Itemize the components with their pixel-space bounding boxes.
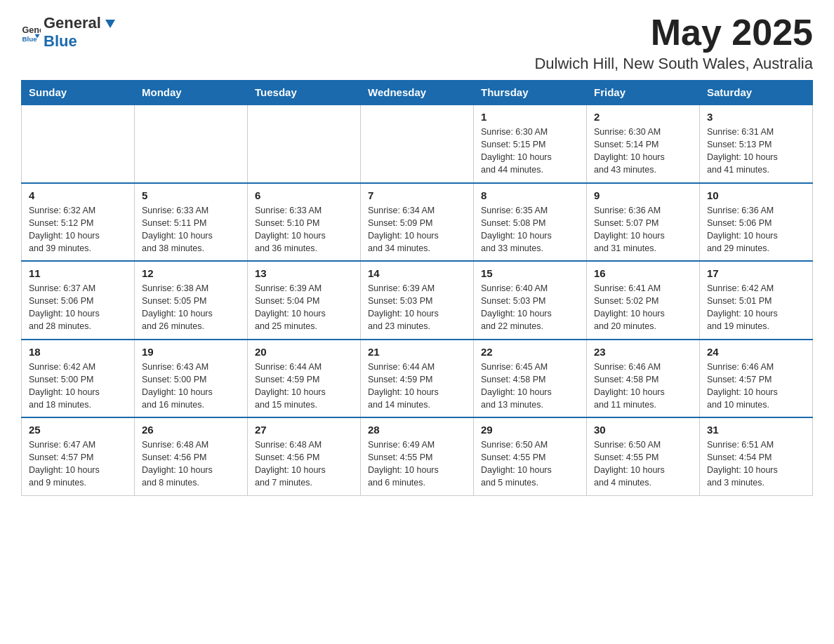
day-number: 31 (707, 424, 805, 436)
logo-text-blue: Blue (44, 32, 77, 50)
day-info: Sunrise: 6:32 AMSunset: 5:12 PMDaylight:… (29, 204, 127, 255)
month-title: May 2025 (534, 14, 813, 51)
day-number: 8 (481, 189, 579, 201)
day-number: 17 (707, 267, 805, 279)
day-number: 2 (594, 111, 692, 123)
day-info: Sunrise: 6:33 AMSunset: 5:10 PMDaylight:… (255, 204, 353, 255)
calendar-cell (248, 105, 361, 183)
day-number: 11 (29, 267, 127, 279)
page-header: General Blue General Blue May 2025 Dulwi… (21, 14, 813, 73)
svg-marker-3 (105, 20, 115, 28)
day-number: 30 (594, 424, 692, 436)
calendar-cell: 11Sunrise: 6:37 AMSunset: 5:06 PMDayligh… (22, 261, 135, 340)
col-header-friday: Friday (587, 81, 700, 105)
calendar-cell: 18Sunrise: 6:42 AMSunset: 5:00 PMDayligh… (22, 340, 135, 418)
day-info: Sunrise: 6:48 AMSunset: 4:56 PMDaylight:… (255, 438, 353, 490)
calendar-cell: 16Sunrise: 6:41 AMSunset: 5:02 PMDayligh… (587, 261, 700, 340)
day-number: 6 (255, 189, 353, 201)
day-number: 19 (142, 346, 240, 358)
day-info: Sunrise: 6:43 AMSunset: 5:00 PMDaylight:… (142, 361, 240, 412)
day-number: 22 (481, 346, 579, 358)
day-info: Sunrise: 6:38 AMSunset: 5:05 PMDaylight:… (142, 282, 240, 333)
title-section: May 2025 Dulwich Hill, New South Wales, … (534, 14, 813, 73)
day-info: Sunrise: 6:44 AMSunset: 4:59 PMDaylight:… (368, 361, 466, 412)
logo-triangle-icon (102, 15, 118, 31)
day-number: 9 (594, 189, 692, 201)
day-number: 13 (255, 267, 353, 279)
day-number: 23 (594, 346, 692, 358)
day-number: 26 (142, 424, 240, 436)
day-number: 3 (707, 111, 805, 123)
day-number: 16 (594, 267, 692, 279)
day-number: 1 (481, 111, 579, 123)
col-header-monday: Monday (135, 81, 248, 105)
day-info: Sunrise: 6:47 AMSunset: 4:57 PMDaylight:… (29, 438, 127, 490)
col-header-sunday: Sunday (22, 81, 135, 105)
day-info: Sunrise: 6:46 AMSunset: 4:57 PMDaylight:… (707, 361, 805, 412)
day-number: 5 (142, 189, 240, 201)
day-number: 20 (255, 346, 353, 358)
day-info: Sunrise: 6:46 AMSunset: 4:58 PMDaylight:… (594, 361, 692, 412)
calendar-cell: 1Sunrise: 6:30 AMSunset: 5:15 PMDaylight… (474, 105, 587, 183)
col-header-tuesday: Tuesday (248, 81, 361, 105)
calendar-cell: 9Sunrise: 6:36 AMSunset: 5:07 PMDaylight… (587, 183, 700, 262)
calendar-cell: 4Sunrise: 6:32 AMSunset: 5:12 PMDaylight… (22, 183, 135, 262)
calendar-cell: 10Sunrise: 6:36 AMSunset: 5:06 PMDayligh… (700, 183, 813, 262)
calendar-week-row: 11Sunrise: 6:37 AMSunset: 5:06 PMDayligh… (22, 261, 813, 340)
calendar-cell: 13Sunrise: 6:39 AMSunset: 5:04 PMDayligh… (248, 261, 361, 340)
location-subtitle: Dulwich Hill, New South Wales, Australia (534, 55, 813, 73)
calendar-cell: 12Sunrise: 6:38 AMSunset: 5:05 PMDayligh… (135, 261, 248, 340)
day-info: Sunrise: 6:41 AMSunset: 5:02 PMDaylight:… (594, 282, 692, 333)
calendar-cell: 29Sunrise: 6:50 AMSunset: 4:55 PMDayligh… (474, 417, 587, 495)
day-info: Sunrise: 6:35 AMSunset: 5:08 PMDaylight:… (481, 204, 579, 255)
day-number: 18 (29, 346, 127, 358)
calendar-cell (361, 105, 474, 183)
day-info: Sunrise: 6:48 AMSunset: 4:56 PMDaylight:… (142, 438, 240, 490)
calendar-cell: 20Sunrise: 6:44 AMSunset: 4:59 PMDayligh… (248, 340, 361, 418)
col-header-thursday: Thursday (474, 81, 587, 105)
day-number: 28 (368, 424, 466, 436)
day-number: 21 (368, 346, 466, 358)
calendar-cell: 2Sunrise: 6:30 AMSunset: 5:14 PMDaylight… (587, 105, 700, 183)
day-info: Sunrise: 6:37 AMSunset: 5:06 PMDaylight:… (29, 282, 127, 333)
calendar-cell: 26Sunrise: 6:48 AMSunset: 4:56 PMDayligh… (135, 417, 248, 495)
calendar-cell: 24Sunrise: 6:46 AMSunset: 4:57 PMDayligh… (700, 340, 813, 418)
calendar-week-row: 1Sunrise: 6:30 AMSunset: 5:15 PMDaylight… (22, 105, 813, 183)
day-number: 10 (707, 189, 805, 201)
day-info: Sunrise: 6:51 AMSunset: 4:54 PMDaylight:… (707, 438, 805, 490)
day-info: Sunrise: 6:50 AMSunset: 4:55 PMDaylight:… (594, 438, 692, 490)
calendar-cell (135, 105, 248, 183)
day-info: Sunrise: 6:34 AMSunset: 5:09 PMDaylight:… (368, 204, 466, 255)
day-number: 15 (481, 267, 579, 279)
calendar-cell: 14Sunrise: 6:39 AMSunset: 5:03 PMDayligh… (361, 261, 474, 340)
day-info: Sunrise: 6:42 AMSunset: 5:01 PMDaylight:… (707, 282, 805, 333)
calendar-cell: 7Sunrise: 6:34 AMSunset: 5:09 PMDaylight… (361, 183, 474, 262)
col-header-saturday: Saturday (700, 81, 813, 105)
logo-text-general: General (44, 14, 101, 32)
calendar-cell: 30Sunrise: 6:50 AMSunset: 4:55 PMDayligh… (587, 417, 700, 495)
day-number: 25 (29, 424, 127, 436)
day-info: Sunrise: 6:42 AMSunset: 5:00 PMDaylight:… (29, 361, 127, 412)
day-number: 12 (142, 267, 240, 279)
calendar-table: SundayMondayTuesdayWednesdayThursdayFrid… (21, 80, 813, 496)
calendar-cell: 25Sunrise: 6:47 AMSunset: 4:57 PMDayligh… (22, 417, 135, 495)
day-info: Sunrise: 6:31 AMSunset: 5:13 PMDaylight:… (707, 126, 805, 177)
svg-text:Blue: Blue (22, 35, 37, 42)
col-header-wednesday: Wednesday (361, 81, 474, 105)
calendar-cell: 15Sunrise: 6:40 AMSunset: 5:03 PMDayligh… (474, 261, 587, 340)
calendar-week-row: 18Sunrise: 6:42 AMSunset: 5:00 PMDayligh… (22, 340, 813, 418)
calendar-cell: 22Sunrise: 6:45 AMSunset: 4:58 PMDayligh… (474, 340, 587, 418)
day-info: Sunrise: 6:44 AMSunset: 4:59 PMDaylight:… (255, 361, 353, 412)
day-number: 24 (707, 346, 805, 358)
calendar-cell: 5Sunrise: 6:33 AMSunset: 5:11 PMDaylight… (135, 183, 248, 262)
day-info: Sunrise: 6:49 AMSunset: 4:55 PMDaylight:… (368, 438, 466, 490)
calendar-week-row: 4Sunrise: 6:32 AMSunset: 5:12 PMDaylight… (22, 183, 813, 262)
day-info: Sunrise: 6:30 AMSunset: 5:15 PMDaylight:… (481, 126, 579, 177)
svg-text:General: General (22, 25, 41, 35)
calendar-header-row: SundayMondayTuesdayWednesdayThursdayFrid… (22, 81, 813, 105)
calendar-cell (22, 105, 135, 183)
day-info: Sunrise: 6:36 AMSunset: 5:06 PMDaylight:… (707, 204, 805, 255)
calendar-cell: 3Sunrise: 6:31 AMSunset: 5:13 PMDaylight… (700, 105, 813, 183)
day-number: 7 (368, 189, 466, 201)
day-info: Sunrise: 6:45 AMSunset: 4:58 PMDaylight:… (481, 361, 579, 412)
